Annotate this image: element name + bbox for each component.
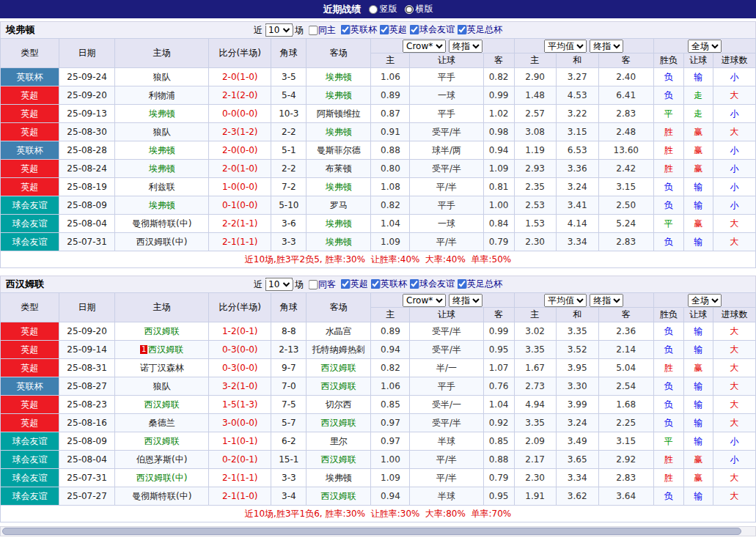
home-team: 狼队 [115,377,209,396]
match-type: 英联杯 [1,68,59,86]
league-filter[interactable]: 英超 [377,23,407,36]
layout-option-horizontal[interactable]: 横版 [405,3,433,15]
col-header-outcome: 胜负 [653,308,683,322]
league-checkbox[interactable] [340,25,350,34]
asian-away-odds: 1.02 [483,105,514,123]
horizontal-scrollbar[interactable] [0,526,756,536]
euro-home-odds: 2.57 [514,105,556,123]
recent-count-select[interactable]: 10 [265,278,293,291]
euro-source-select[interactable]: 平均值 [544,40,587,53]
home-team-name: 埃弗顿 [149,108,175,119]
col-header-away: 客场 [307,39,371,68]
league-checkbox[interactable] [379,25,389,34]
result-outcome: 负 [653,233,683,251]
league-label: 英足总杯 [467,278,502,290]
asian-time-select[interactable]: 终指 [449,294,482,307]
away-team-name: 西汉姆联 [321,381,356,391]
corners: 5-4 [271,86,307,105]
asian-handicap: 球半/两 [410,141,483,160]
away-team-name: 埃弗顿 [326,72,352,82]
euro-away-odds: 5.04 [598,359,653,377]
team-name: 西汉姆联 [1,278,44,291]
league-checkbox[interactable] [370,279,380,289]
bookmaker-select[interactable]: Crow* [403,40,446,53]
result-handicap: 输 [683,322,713,341]
match-type: 英超 [1,105,59,123]
score: 0-3(0-0) [209,359,271,377]
league-filter[interactable]: 英联杯 [368,278,407,290]
corners: 5-1 [271,141,307,160]
match-date: 25-07-27 [59,487,115,506]
layout-radio-horizontal[interactable] [405,5,414,14]
home-team-name: 诺丁汉森林 [140,363,184,373]
euro-away-odds: 2.40 [598,68,653,86]
same-venue-filter[interactable]: 同主 [306,24,336,37]
league-filter[interactable]: 球会友谊 [407,23,455,36]
bookmaker-select[interactable]: Crow* [403,294,446,307]
match-date: 25-07-31 [59,233,115,251]
layout-option-vertical[interactable]: 竖版 [369,3,397,15]
league-checkbox[interactable] [340,279,350,289]
home-team: 1西汉姆联 [115,341,209,359]
league-filter[interactable]: 英超 [338,278,368,290]
scope-select[interactable]: 全场 [688,40,722,53]
asian-handicap: 平/半 [410,451,483,469]
asian-home-odds: 0.97 [371,414,410,432]
league-checkbox[interactable] [409,279,419,289]
away-team-name: 埃弗顿 [326,237,352,247]
league-checkbox[interactable] [457,25,466,34]
result-outcome: 负 [653,322,683,341]
same-venue-filter[interactable]: 同客 [306,278,336,291]
corners: 3-4 [271,487,307,506]
match-type: 球会友谊 [1,487,59,506]
euro-away-odds: 2.48 [598,123,653,141]
match-type: 英超 [1,341,59,359]
asian-handicap: 一球 [410,215,483,233]
home-team-name: 西汉姆联 [148,344,183,355]
asian-away-odds: 0.82 [483,68,514,86]
away-team: 西汉姆联 [307,487,371,506]
away-team-name: 西汉姆联 [321,418,356,428]
horizontal-scrollbar-thumb[interactable] [2,528,741,535]
league-filter[interactable]: 英联杯 [338,23,377,36]
league-filters: 英超英联杯球会友谊英足总杯 [338,278,502,291]
league-filter[interactable]: 英足总杯 [455,23,502,36]
away-team-name: 里尔 [330,436,348,446]
scope-select[interactable]: 全场 [688,294,722,307]
league-checkbox[interactable] [457,279,466,289]
asian-home-odds: 1.09 [371,469,410,487]
away-team-name: 西汉姆联 [321,491,356,501]
euro-away-odds: 2.42 [598,160,653,178]
same-venue-checkbox[interactable] [308,26,318,35]
corners: 3-3 [271,469,307,487]
euro-draw-odds: 3.41 [556,196,598,215]
asian-home-odds: 0.85 [371,396,410,414]
col-header-euro-home: 主 [514,308,556,322]
score: 2-0(1-0) [209,160,271,178]
league-filter[interactable]: 球会友谊 [407,278,455,290]
asian-home-odds: 0.88 [371,141,410,160]
euro-time-select[interactable]: 终指 [590,294,623,307]
same-venue-checkbox[interactable] [308,280,318,289]
away-team-name: 切尔西 [326,399,352,410]
score: 0-1(0-0) [209,196,271,215]
asian-handicap: 平手 [410,196,483,215]
euro-home-odds: 2.93 [514,160,556,178]
match-type: 英超 [1,414,59,432]
league-checkbox[interactable] [409,25,419,34]
asian-away-odds: 0.94 [483,141,514,160]
match-row: 英超25-08-23西汉姆联1-5(1-3)7-5切尔西0.85受半/一1.04… [1,396,756,414]
home-team-name: 西汉姆联 [144,326,180,336]
result-outcome: 平 [653,105,683,123]
league-filter[interactable]: 英足总杯 [455,278,502,290]
match-row: 英超25-08-31诺丁汉森林0-3(0-0)9-7西汉姆联0.82半/一1.0… [1,359,756,377]
asian-away-odds: 0.76 [483,377,514,396]
euro-draw-odds: 3.36 [556,160,598,178]
layout-radio-vertical[interactable] [369,5,378,14]
recent-count-select[interactable]: 10 [265,23,293,37]
euro-time-select[interactable]: 终指 [590,40,623,53]
asian-time-select[interactable]: 终指 [449,40,482,53]
euro-source-select[interactable]: 平均值 [544,294,587,307]
asian-handicap: 半球 [410,487,483,506]
euro-home-odds: 3.35 [514,414,556,432]
